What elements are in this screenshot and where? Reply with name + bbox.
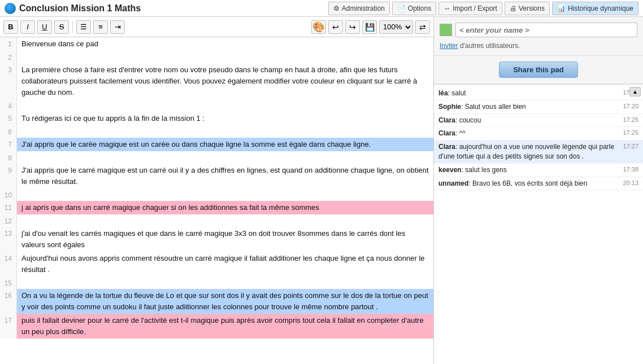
admin-icon: ⚙ (333, 5, 340, 12)
chat-message: Clara: aujourd'hui on a vue une nouvelle… (434, 141, 643, 164)
chat-message-time: 20:13 (623, 179, 638, 187)
line-row: 13j'ai d'ou venait les carrés magiques e… (0, 227, 433, 252)
line-number: 7 (0, 138, 17, 151)
share-area: Share this pad (434, 56, 643, 84)
chat-message-text: léa: salut (438, 89, 618, 98)
options-button[interactable]: 📄 Options (392, 2, 436, 15)
undo-button[interactable]: ↩ (328, 20, 343, 34)
line-content[interactable]: puis il fallait deviner pour le carré de… (17, 314, 433, 339)
indent-button[interactable]: ⇥ (110, 20, 125, 34)
chat-message-time: 17:38 (623, 165, 638, 174)
admin-button[interactable]: ⚙ Administration (328, 2, 390, 15)
options-icon: 📄 (397, 5, 406, 12)
chat-message-time: 17:20 (623, 102, 638, 111)
line-row: 10 (0, 188, 433, 201)
line-number: 16 (0, 289, 17, 314)
line-row: 1Bienvenue dans ce pad (0, 37, 433, 51)
line-content[interactable] (17, 51, 433, 63)
line-content[interactable]: Aujourd'hui nous avons appris comment ré… (17, 252, 433, 277)
toolbar-separator-1 (72, 21, 73, 33)
line-content[interactable] (17, 188, 433, 201)
line-content[interactable]: Bienvenue dans ce pad (17, 37, 433, 51)
line-row: 5Tu rédigeras ici ce que tu appris à la … (0, 112, 433, 125)
import-icon: ↔ (444, 5, 450, 12)
line-number: 10 (0, 188, 17, 201)
chat-message-text: Sophie: Salut vous aller bien (438, 102, 618, 112)
chat-message: Clara: ^^17:25 (434, 127, 643, 141)
line-content[interactable] (17, 214, 433, 227)
save-button[interactable]: 💾 (362, 20, 377, 34)
line-content[interactable]: Tu rédigeras ici ce que tu appris à la f… (17, 112, 433, 125)
underline-button[interactable]: U (37, 20, 52, 34)
line-content[interactable]: J'ai appris que le carré magique est un … (17, 164, 433, 188)
user-name-input[interactable] (455, 23, 637, 37)
editor-toolbar: B I U S ☰ ≡ ⇥ 🎨 ↩ ↪ 💾 100% 50% 75% 125% … (0, 17, 433, 37)
line-number: 15 (0, 277, 17, 289)
redo-button[interactable]: ↪ (345, 20, 360, 34)
chat-message-time: 17:27 (623, 142, 638, 151)
historique-icon: 📊 (557, 5, 566, 12)
line-number: 1 (0, 37, 17, 51)
line-content[interactable]: On a vu la légende de la tortue du fleuv… (17, 289, 433, 314)
unordered-list-button[interactable]: ☰ (76, 20, 91, 34)
invite-link[interactable]: Inviter (440, 42, 458, 50)
line-number: 14 (0, 252, 17, 277)
line-number: 6 (0, 125, 17, 138)
line-content[interactable] (17, 151, 433, 164)
bold-button[interactable]: B (3, 20, 18, 34)
chat-message-time: 17:25 (623, 116, 638, 124)
color-swatch[interactable] (440, 24, 452, 36)
import-export-button[interactable]: ↔ Import / Export (438, 2, 502, 15)
chat-message-text: Clara: aujourd'hui on a vue une nouvelle… (438, 142, 618, 161)
chat-message-time: 17:25 (623, 129, 638, 137)
line-row: 15 (0, 277, 433, 289)
italic-button[interactable]: I (20, 20, 35, 34)
line-number: 2 (0, 51, 17, 63)
chat-message: léa: salut17:08 (434, 87, 643, 100)
line-content[interactable]: La première chose à faire est d'entrer v… (17, 63, 433, 99)
line-row: 12 (0, 214, 433, 227)
chat-message: unnamed: Bravo les 6B, vos écrits sont d… (434, 177, 643, 191)
zoom-select[interactable]: 100% 50% 75% 125% 150% 200% (379, 20, 413, 34)
line-row: 2 (0, 51, 433, 63)
versions-button[interactable]: 🖨 Versions (505, 2, 550, 15)
versions-icon: 🖨 (510, 5, 516, 12)
line-number: 5 (0, 112, 17, 125)
line-content[interactable]: J'ai appris que le carée magique est un … (17, 138, 433, 151)
line-number: 8 (0, 151, 17, 164)
line-content[interactable] (17, 99, 433, 112)
line-row: 3La première chose à faire est d'entrer … (0, 63, 433, 99)
sidebar: Inviter d'autres utilisateurs. Share thi… (434, 17, 643, 364)
user-panel: Inviter d'autres utilisateurs. (434, 17, 643, 56)
line-number: 11 (0, 201, 17, 214)
line-content[interactable] (17, 277, 433, 289)
page-title: Conclusion Mission 1 Maths (19, 3, 326, 14)
editor-content[interactable]: 1Bienvenue dans ce pad23La première chos… (0, 37, 433, 364)
sync-button[interactable]: ⇄ (415, 20, 430, 34)
line-row: 16On a vu la légende de la tortue du fle… (0, 289, 433, 314)
line-content[interactable]: j'ai d'ou venait les carrés magiques et … (17, 227, 433, 252)
strikethrough-button[interactable]: S (54, 20, 69, 34)
chat-message: keeven: salut les gens17:38 (434, 164, 643, 177)
editor-area: B I U S ☰ ≡ ⇥ 🎨 ↩ ↪ 💾 100% 50% 75% 125% … (0, 17, 434, 364)
line-number: 13 (0, 227, 17, 252)
chat-area[interactable]: ▲ léa: salut17:08Sophie: Salut vous alle… (434, 84, 643, 364)
line-row: 7J'ai appris que le carée magique est un… (0, 138, 433, 151)
line-row: 11j ai apris que dans un carré magique c… (0, 201, 433, 214)
historique-button[interactable]: 📊 Historique dynamique (552, 2, 638, 15)
line-content[interactable]: j ai apris que dans un carré magique cha… (17, 201, 433, 214)
line-content[interactable] (17, 125, 433, 138)
line-number: 4 (0, 99, 17, 112)
chat-message-text: Clara: ^^ (438, 129, 618, 138)
color-picker-button[interactable]: 🎨 (311, 20, 326, 34)
chat-message-text: Clara: coucou (438, 116, 618, 125)
chat-scroll-up-button[interactable]: ▲ (629, 87, 641, 97)
share-pad-button[interactable]: Share this pad (499, 62, 578, 78)
line-row: 6 (0, 125, 433, 138)
line-number: 9 (0, 164, 17, 188)
line-row: 8 (0, 151, 433, 164)
line-row: 9J'ai appris que le carré magique est un… (0, 164, 433, 188)
ordered-list-button[interactable]: ≡ (93, 20, 108, 34)
chat-message-text: unnamed: Bravo les 6B, vos écrits sont d… (438, 179, 618, 188)
globe-icon (5, 3, 16, 14)
